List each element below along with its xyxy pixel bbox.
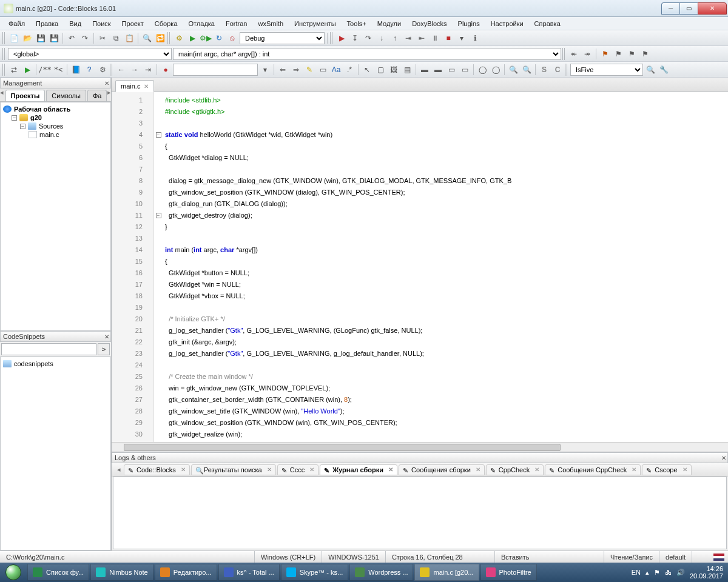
- tab-close-icon[interactable]: ✕: [476, 466, 480, 473]
- log-tab-search[interactable]: 🔍Результаты поиска✕: [191, 464, 276, 475]
- menu-wxsmith[interactable]: wxSmith: [253, 19, 288, 28]
- jump-fwd-button[interactable]: ↠: [581, 48, 593, 60]
- info-button[interactable]: ℹ: [469, 32, 481, 44]
- win3-button[interactable]: ▭: [445, 64, 457, 76]
- nav-fwd-button[interactable]: →: [129, 64, 141, 76]
- bookmark-clear-button[interactable]: ⚑: [639, 48, 651, 60]
- debug-windows-button[interactable]: ▾: [456, 32, 468, 44]
- stop-button[interactable]: ■: [442, 32, 454, 44]
- code-editor[interactable]: 1 2 3 4 5 6 7 8 9 10 11 12 13 14 15 16 1…: [112, 92, 728, 442]
- debug-start-button[interactable]: ▶: [335, 32, 348, 44]
- menu-file[interactable]: Файл: [4, 19, 30, 28]
- snippets-tree[interactable]: codesnippets: [0, 356, 111, 550]
- bookmark-toggle-button[interactable]: ⚑: [599, 48, 611, 60]
- fold-marker[interactable]: −: [156, 132, 161, 138]
- selwin-button[interactable]: ▢: [374, 64, 386, 76]
- select-button[interactable]: ▭: [317, 64, 329, 76]
- tab-prev-icon[interactable]: ◂: [0, 89, 4, 101]
- fold-marker[interactable]: −: [156, 213, 161, 218]
- build-target-combo[interactable]: Debug: [240, 32, 325, 44]
- rebuild-button[interactable]: ↻: [213, 32, 225, 44]
- taskbar-item[interactable]: Skype™ - ks...: [281, 564, 349, 581]
- tree-project[interactable]: −g20: [3, 113, 108, 122]
- build-run-button[interactable]: ⚙▶: [200, 32, 212, 44]
- step-instr-button[interactable]: ⇤: [416, 32, 428, 44]
- abort-button[interactable]: ⦸: [226, 32, 238, 44]
- scope-function-combo[interactable]: main(int argc, char* argv[]) : int: [173, 48, 561, 60]
- menu-search[interactable]: Поиск: [87, 19, 115, 28]
- snippets-root[interactable]: codesnippets: [3, 360, 108, 368]
- zoomin-button[interactable]: 🔍: [507, 64, 519, 76]
- toggle-source-button[interactable]: ⇄: [8, 64, 20, 76]
- c-button[interactable]: C: [551, 64, 564, 76]
- taskbar-item[interactable]: Редактиро...: [155, 564, 217, 581]
- paste-button[interactable]: 📋: [123, 32, 135, 44]
- pic-button[interactable]: 🖼: [388, 64, 400, 76]
- save-button[interactable]: 💾: [35, 32, 47, 44]
- redo-button[interactable]: ↷: [79, 32, 91, 44]
- tab-projects[interactable]: Проекты: [5, 90, 46, 101]
- step-into-button[interactable]: ↓: [376, 32, 388, 44]
- next-instr-button[interactable]: ⇥: [402, 32, 414, 44]
- menu-modules[interactable]: Модули: [372, 19, 406, 28]
- snippets-go-button[interactable]: >: [98, 343, 110, 355]
- undo-button[interactable]: ↶: [66, 32, 78, 44]
- break-button[interactable]: ⏸: [429, 32, 441, 44]
- bookmark-next-button[interactable]: ⚑: [625, 48, 638, 60]
- menu-help[interactable]: Справка: [530, 19, 565, 28]
- tab-close-icon[interactable]: ✕: [309, 466, 314, 473]
- tree-workspace[interactable]: Рабочая область: [3, 105, 108, 113]
- taskbar-item[interactable]: Список фу...: [27, 564, 89, 581]
- highlight-button[interactable]: ✎: [303, 64, 315, 76]
- bookmark-prev-button[interactable]: ⚑: [612, 48, 624, 60]
- tab-close-icon[interactable]: ✕: [144, 83, 149, 90]
- win4-button[interactable]: ▭: [459, 64, 471, 76]
- network-icon[interactable]: 🖧: [665, 569, 672, 576]
- menu-edit[interactable]: Правка: [31, 19, 63, 28]
- clock[interactable]: 14:26 20.09.2017: [690, 565, 723, 580]
- menu-settings[interactable]: Настройки: [486, 19, 528, 28]
- step-out-button[interactable]: ↑: [389, 32, 401, 44]
- menu-debug[interactable]: Отладка: [184, 19, 220, 28]
- s-button[interactable]: S: [538, 64, 550, 76]
- find-input[interactable]: [173, 64, 258, 76]
- nav-last-button[interactable]: ⇥: [142, 64, 154, 76]
- run-to-cursor-button[interactable]: ↧: [349, 32, 361, 44]
- symbol-combo[interactable]: IsFive: [570, 64, 643, 76]
- cursor-icon[interactable]: ↖: [361, 64, 373, 76]
- run-button[interactable]: ▶: [186, 32, 198, 44]
- comment2-button[interactable]: *<: [52, 64, 64, 76]
- system-tray[interactable]: EN ▴ ⚑ 🖧 🔊 14:26 20.09.2017: [627, 565, 728, 580]
- editor-tab-main[interactable]: main.c ✕: [115, 80, 154, 92]
- settings-button[interactable]: ⚙: [96, 64, 109, 76]
- tree-file[interactable]: main.c: [3, 130, 108, 139]
- record-button[interactable]: ●: [160, 64, 172, 76]
- menu-view[interactable]: Вид: [64, 19, 86, 28]
- tab-close-icon[interactable]: ✕: [682, 466, 687, 473]
- tab-close-icon[interactable]: ✕: [181, 466, 186, 473]
- menu-instruments[interactable]: Инструменты: [289, 19, 341, 28]
- find-dropdown-button[interactable]: ▾: [259, 64, 271, 76]
- log-tab-cscope[interactable]: ✎Cscope✕: [642, 464, 691, 475]
- open-button[interactable]: 📂: [21, 32, 33, 44]
- taskbar-item[interactable]: main.c [g20...: [414, 564, 479, 581]
- tab-files[interactable]: Фа: [87, 90, 107, 101]
- maximize-button[interactable]: ▭: [679, 2, 698, 15]
- close-button[interactable]: ✕: [698, 2, 727, 15]
- layout-button[interactable]: ▤: [401, 64, 413, 76]
- horizontal-scrollbar[interactable]: [112, 442, 728, 452]
- replace-button[interactable]: 🔁: [154, 32, 166, 44]
- obj-button[interactable]: ◯: [476, 64, 488, 76]
- tab-prev-icon[interactable]: ◂: [114, 466, 124, 473]
- link-button[interactable]: ◯: [490, 64, 502, 76]
- tab-close-icon[interactable]: ✕: [267, 466, 272, 473]
- save-all-button[interactable]: 💾: [48, 32, 60, 44]
- menu-fortran[interactable]: Fortran: [221, 19, 252, 28]
- language-indicator[interactable]: EN: [632, 569, 641, 576]
- go-button[interactable]: 🔍: [644, 64, 656, 76]
- jump-back-button[interactable]: ↞: [568, 48, 580, 60]
- step-over-button[interactable]: ↷: [362, 32, 374, 44]
- regex-button[interactable]: .*: [343, 64, 356, 76]
- volume-icon[interactable]: 🔊: [676, 569, 685, 577]
- collapse-icon[interactable]: −: [20, 124, 25, 129]
